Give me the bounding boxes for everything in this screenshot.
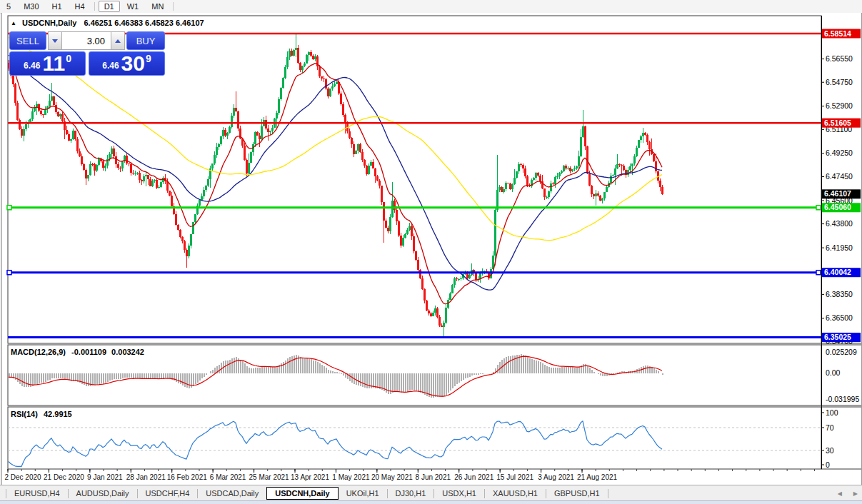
volume-increase-button[interactable] [111, 31, 125, 50]
bid-price-button[interactable]: 6.46110 [9, 51, 86, 76]
timeframe-h1[interactable]: H1 [46, 1, 68, 12]
candle-body [601, 198, 603, 201]
tab-xauusd-h1[interactable]: XAUUSD,H1 [485, 487, 546, 500]
ask-price-button[interactable]: 6.46309 [89, 51, 165, 76]
timeframe-h4[interactable]: H4 [69, 1, 91, 12]
candle-body [526, 176, 528, 186]
price-badge-label: 6.40042 [824, 268, 851, 276]
candle-body [271, 128, 274, 131]
candle-body [158, 187, 160, 188]
candle-body [548, 191, 550, 197]
candle-body [136, 173, 139, 173]
candle-body [419, 270, 421, 278]
price-tick-label: 6.36500 [826, 313, 853, 322]
candle-body [374, 168, 376, 177]
candle-body [94, 164, 96, 171]
candle-body [235, 108, 237, 111]
candle-body [175, 214, 177, 225]
candle-body [588, 173, 591, 186]
candle-body [261, 126, 263, 138]
bid-point: 0 [66, 53, 71, 64]
timeframe-d1[interactable]: D1 [99, 1, 120, 12]
tab-usdcad-daily[interactable]: USDCAD,Daily [198, 487, 266, 500]
candle-body [154, 180, 156, 181]
tabs-scroll-right-icon[interactable]: ▶ [853, 490, 858, 497]
candle-body [115, 156, 117, 164]
candle-body [539, 176, 541, 181]
date-label: 20 May 2021 [371, 473, 413, 481]
buy-button[interactable]: BUY [126, 31, 165, 50]
timeframe-5[interactable]: 5 [1, 1, 16, 12]
candle-body [571, 169, 573, 171]
candle-body [132, 173, 134, 173]
volume-input[interactable]: 3.00 [62, 31, 111, 50]
collapse-arrow-icon[interactable]: ▲ [11, 20, 16, 26]
hline-handle [816, 271, 821, 275]
candle-body [44, 109, 46, 115]
tab-gbpusd-h1[interactable]: GBPUSD,H1 [546, 487, 608, 500]
candle-body [409, 226, 411, 231]
candle-body [621, 165, 623, 166]
candle-body [314, 56, 316, 59]
candle-body [578, 156, 580, 166]
date-label: 1 May 2021 [332, 473, 370, 481]
candle-body [612, 175, 614, 176]
candle-body [74, 131, 76, 138]
status-strip [0, 500, 862, 504]
candle-body [430, 313, 432, 316]
candle-body [518, 164, 520, 171]
candle-body [319, 66, 321, 76]
candle-body [556, 176, 558, 178]
candle-body [443, 323, 445, 327]
tab-usdx-h1[interactable]: USDX,H1 [434, 487, 484, 500]
candle-body [61, 114, 64, 121]
sell-button[interactable]: SELL [9, 31, 46, 50]
candle-body [269, 131, 271, 132]
candle-body [436, 308, 438, 317]
candle-body [293, 50, 295, 56]
candle-body [310, 52, 312, 56]
candle-body [638, 140, 640, 147]
candle-body [616, 164, 618, 168]
candle-body [304, 64, 306, 66]
timeframe-mn[interactable]: MN [146, 1, 169, 12]
chart-canvas[interactable]: 6.565506.547506.529006.511006.492506.474… [2, 13, 861, 485]
tab-usdcnh-daily[interactable]: USDCNH,Daily [266, 487, 338, 500]
candle-body [246, 160, 248, 173]
candle-body [121, 161, 124, 168]
tab-audusd-daily[interactable]: AUDUSD,Daily [69, 487, 137, 500]
candle-body [276, 113, 278, 119]
price-tick-label: 6.49250 [826, 148, 853, 157]
candle-body [593, 194, 595, 196]
date-label: 8 Jun 2021 [416, 473, 451, 481]
candle-body [580, 137, 582, 156]
candle-body [184, 241, 186, 249]
candle-body [460, 278, 462, 280]
date-label: 13 Apr 2021 [291, 473, 329, 481]
candle-body [334, 84, 336, 86]
tab-dj30-h1[interactable]: DJ30,H1 [388, 487, 434, 500]
candle-body [520, 164, 522, 165]
volume-decrease-button[interactable] [48, 31, 62, 50]
date-label: 28 Jan 2021 [126, 473, 166, 481]
tab-usdchf-h4[interactable]: USDCHF,H4 [138, 487, 198, 500]
tab-ukoil-h1[interactable]: UKOil,H1 [339, 487, 387, 500]
hline-handle [816, 206, 821, 210]
timeframe-m30[interactable]: M30 [18, 1, 44, 12]
timeframe-w1[interactable]: W1 [121, 1, 145, 12]
candle-body [72, 131, 74, 139]
candle-body [188, 246, 190, 256]
candle-body [55, 105, 57, 111]
candle-body [42, 114, 44, 115]
tab-eurusd-h4[interactable]: EURUSD,H4 [6, 487, 68, 500]
candle-body [201, 196, 203, 200]
tabs-scroll-left-icon[interactable]: ◀ [838, 490, 842, 497]
candle-body [644, 133, 646, 135]
candle-body [398, 221, 400, 235]
candle-body [128, 163, 130, 164]
macd-main-value: -0.001109 [71, 348, 106, 356]
candle-body [207, 179, 209, 186]
candle-body [282, 78, 284, 88]
candle-body [87, 175, 89, 178]
candle-body [325, 79, 327, 89]
